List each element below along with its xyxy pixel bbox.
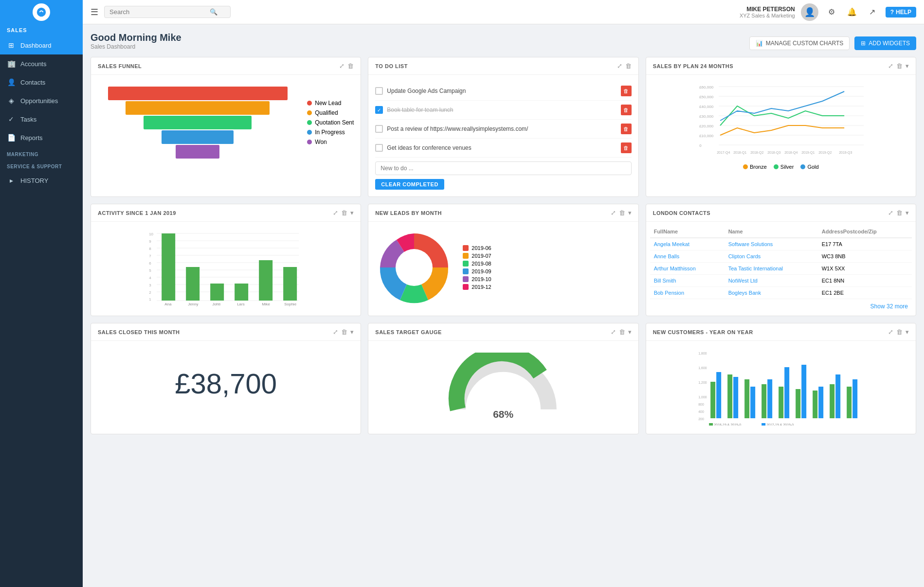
svg-text:10: 10 (149, 232, 153, 236)
todo-new-input[interactable] (375, 161, 631, 175)
manage-charts-button[interactable]: 📊 MANAGE CUSTOM CHARTS (749, 36, 850, 50)
collapse-icon[interactable]: ▾ (906, 328, 909, 336)
contact-company[interactable]: Tea Tastic International (725, 263, 818, 275)
todo-delete-1[interactable]: 🗑 (621, 86, 632, 96)
sales-funnel-title: SALES FUNNEL (98, 63, 142, 69)
legend-item-5: Won (307, 139, 354, 145)
svg-text:1: 1 (149, 297, 151, 302)
notifications-icon[interactable]: 🔔 (845, 5, 859, 19)
contact-fullname[interactable]: Bob Pension (650, 287, 725, 299)
delete-icon[interactable]: 🗑 (341, 209, 347, 216)
contact-fullname[interactable]: Angela Meekat (650, 238, 725, 250)
sidebar-item-opportunities[interactable]: ◈ Opportunities (0, 91, 83, 110)
col-name: Name (725, 226, 818, 238)
expand-icon[interactable]: ⤢ (611, 328, 616, 336)
sales-plan-chart: £60,000 £50,000 £40,000 £30,000 £20,000 … (653, 82, 909, 160)
todo-checkbox-4[interactable] (375, 144, 383, 152)
sidebar-item-reports[interactable]: 📄 Reports (0, 128, 83, 147)
contact-postcode: EC1 2BE (818, 287, 912, 299)
todo-item-4: Get ideas for conference venues 🗑 (375, 139, 631, 158)
contact-company[interactable]: Software Solutions (725, 238, 818, 250)
logout-icon[interactable]: ↗ (865, 5, 880, 19)
user-name: MIKE PETERSON (740, 6, 795, 13)
sidebar-item-contacts[interactable]: 👤 Contacts (0, 73, 83, 91)
collapse-icon[interactable]: ▾ (628, 328, 632, 336)
contact-fullname[interactable]: Arthur Matthisson (650, 263, 725, 275)
sales-target-title: SALES TARGET GAUGE (375, 329, 442, 335)
expand-icon[interactable]: ⤢ (339, 62, 344, 70)
collapse-icon[interactable]: ▾ (350, 209, 354, 216)
add-widgets-button[interactable]: ⊞ ADD WIDGETS (854, 36, 916, 50)
hamburger-button[interactable]: ☰ (91, 7, 98, 18)
avatar[interactable]: 👤 (801, 3, 818, 21)
donut-legend-2: 2019-07 (463, 253, 491, 259)
page-header-right: 📊 MANAGE CUSTOM CHARTS ⊞ ADD WIDGETS (749, 36, 916, 50)
widget-actions: ⤢ 🗑 (339, 62, 354, 70)
delete-icon[interactable]: 🗑 (625, 62, 632, 70)
dashboard-row-1: SALES FUNNEL ⤢ 🗑 (91, 57, 916, 197)
delete-icon[interactable]: 🗑 (619, 328, 625, 336)
delete-icon[interactable]: 🗑 (896, 209, 903, 216)
svg-rect-64 (761, 384, 766, 418)
todo-checkbox-2[interactable]: ✓ (375, 106, 383, 114)
delete-icon[interactable]: 🗑 (341, 328, 347, 336)
delete-icon[interactable]: 🗑 (896, 328, 903, 336)
sales-funnel-header: SALES FUNNEL ⤢ 🗑 (91, 57, 361, 75)
contact-company[interactable]: Bogleys Bank (725, 287, 818, 299)
legend-dot-1 (307, 101, 312, 106)
collapse-icon[interactable]: ▾ (350, 328, 354, 336)
delete-icon[interactable]: 🗑 (896, 62, 903, 70)
sidebar-item-label: Tasks (20, 116, 36, 123)
clear-completed-button[interactable]: CLEAR COMPLETED (375, 179, 444, 190)
new-customers-actions: ⤢ 🗑 ▾ (888, 328, 909, 336)
help-button[interactable]: ? HELP (886, 7, 916, 18)
sales-by-plan-title: SALES BY PLAN 24 MONTHS (653, 63, 733, 69)
expand-icon[interactable]: ⤢ (333, 328, 338, 336)
collapse-icon[interactable]: ▾ (906, 62, 909, 70)
show-more-link[interactable]: Show 32 more (650, 299, 912, 312)
sidebar-item-accounts[interactable]: 🏢 Accounts (0, 54, 83, 73)
donut-chart (375, 229, 453, 306)
contact-fullname[interactable]: Anne Balls (650, 250, 725, 263)
legend-dot-3 (307, 120, 312, 125)
delete-icon[interactable]: 🗑 (619, 209, 625, 216)
svg-text:9: 9 (149, 239, 151, 244)
svg-text:2018-Q2: 2018-Q2 (750, 151, 763, 155)
svg-rect-71 (818, 387, 823, 418)
activity-actions: ⤢ 🗑 ▾ (333, 209, 354, 216)
history-icon: ▸ (7, 176, 16, 185)
expand-icon[interactable]: ⤢ (611, 209, 616, 216)
todo-delete-2[interactable]: 🗑 (621, 105, 632, 115)
search-input[interactable] (109, 8, 207, 16)
collapse-icon[interactable]: ▾ (906, 209, 909, 216)
sidebar-item-history[interactable]: ▸ HISTORY (0, 171, 83, 190)
svg-text:2019-Q3: 2019-Q3 (839, 151, 852, 155)
new-customers-header: NEW CUSTOMERS - YEAR ON YEAR ⤢ 🗑 ▾ (646, 323, 916, 341)
settings-icon[interactable]: ⚙ (824, 5, 839, 19)
contact-company[interactable]: NotWest Ltd (725, 275, 818, 287)
expand-icon[interactable]: ⤢ (888, 62, 893, 70)
sidebar-item-label: Contacts (20, 79, 45, 86)
collapse-icon[interactable]: ▾ (628, 209, 632, 216)
delete-icon[interactable]: 🗑 (347, 62, 354, 70)
table-row: Anne Balls Clipton Cards WC3 8NB (650, 250, 912, 263)
expand-icon[interactable]: ⤢ (888, 209, 893, 216)
sidebar: SALES ⊞ Dashboard 🏢 Accounts 👤 Contacts … (0, 0, 83, 587)
todo-checkbox-1[interactable] (375, 87, 383, 95)
contact-fullname[interactable]: Bill Smith (650, 275, 725, 287)
svg-rect-78 (761, 423, 765, 426)
todo-delete-4[interactable]: 🗑 (621, 142, 632, 153)
svg-point-0 (37, 8, 46, 17)
sidebar-item-dashboard[interactable]: ⊞ Dashboard (0, 36, 83, 54)
todo-delete-3[interactable]: 🗑 (621, 124, 632, 134)
sidebar-item-tasks[interactable]: ✓ Tasks (0, 110, 83, 128)
contact-company[interactable]: Clipton Cards (725, 250, 818, 263)
todo-checkbox-3[interactable] (375, 125, 383, 133)
svg-text:1,600: 1,600 (698, 366, 707, 370)
contact-postcode: W1X 5XX (818, 263, 912, 275)
bar-mike (259, 260, 272, 301)
svg-rect-67 (784, 367, 789, 418)
expand-icon[interactable]: ⤢ (888, 328, 893, 336)
expand-icon[interactable]: ⤢ (617, 62, 622, 70)
expand-icon[interactable]: ⤢ (333, 209, 338, 216)
